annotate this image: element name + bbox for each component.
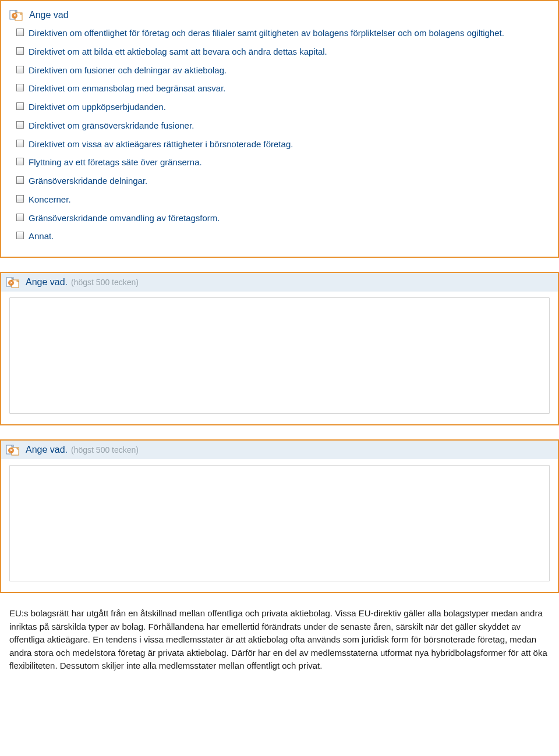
checkbox-item: Direktiven om offentlighet för företag o…: [16, 27, 550, 40]
checkbox-item: Gränsöverskridande omvandling av företag…: [16, 212, 550, 225]
checkbox-label: Gränsöverskridande delningar.: [29, 175, 147, 187]
document-icon: [9, 9, 26, 21]
checkbox[interactable]: [16, 176, 24, 184]
checkbox-label: Koncerner.: [29, 193, 71, 206]
checkbox[interactable]: [16, 158, 24, 165]
checkbox-item: Annat.: [16, 230, 550, 243]
checkbox-label: Direktiven om offentlighet för företag o…: [29, 27, 504, 40]
char-limit-hint: (högst 500 tecken): [71, 278, 139, 287]
section-title: Ange vad.: [26, 445, 68, 455]
checkbox-item: Direktivet om att bilda ett aktiebolag s…: [16, 45, 550, 58]
checkbox[interactable]: [16, 66, 24, 73]
checkbox-label: Direktivet om vissa av aktieägares rätti…: [29, 138, 293, 151]
checkbox-item: Direktivet om vissa av aktieägares rätti…: [16, 138, 550, 151]
checkbox-item: Koncerner.: [16, 193, 550, 206]
textarea-input[interactable]: [9, 297, 550, 414]
checkbox-label: Direktivet om att bilda ett aktiebolag s…: [29, 45, 327, 58]
checkbox[interactable]: [16, 121, 24, 129]
checkbox[interactable]: [16, 84, 24, 91]
document-icon: [6, 276, 22, 288]
checkbox[interactable]: [16, 102, 24, 110]
section-title: Ange vad.: [26, 277, 68, 288]
section-header: Ange vad. (högst 500 tecken): [1, 441, 558, 459]
char-limit-hint: (högst 500 tecken): [71, 445, 139, 455]
checkbox[interactable]: [16, 140, 24, 147]
checkbox-item: Direktiven om fusioner och delningar av …: [16, 64, 550, 77]
textarea-input[interactable]: [9, 465, 550, 581]
checkbox[interactable]: [16, 232, 24, 239]
checkbox-item: Gränsöverskridande delningar.: [16, 175, 550, 187]
checkbox[interactable]: [16, 214, 24, 221]
checkbox-item: Flyttning av ett företags säte över grän…: [16, 156, 550, 169]
document-icon: [6, 444, 22, 456]
textarea-section-2: Ange vad. (högst 500 tecken): [0, 439, 559, 593]
checkbox-item: Direktivet om enmansbolag med begränsat …: [16, 82, 550, 95]
checkbox-section: Ange vad Direktiven om offentlighet för …: [0, 0, 559, 258]
section-header: Ange vad. (högst 500 tecken): [1, 273, 558, 292]
checkbox[interactable]: [16, 47, 24, 55]
checkbox[interactable]: [16, 195, 24, 203]
checkbox-item: Direktivet om uppköpserbjudanden.: [16, 101, 550, 113]
checkbox-label: Annat.: [29, 230, 54, 243]
checkbox-label: Direktivet om gränsöverskridande fusione…: [29, 119, 194, 132]
section-title: Ange vad: [29, 10, 69, 20]
checkbox-label: Direktiven om fusioner och delningar av …: [29, 64, 227, 77]
section-header: Ange vad: [9, 9, 550, 21]
checkbox-label: Gränsöverskridande omvandling av företag…: [29, 212, 220, 225]
textarea-section-1: Ange vad. (högst 500 tecken): [0, 272, 559, 425]
checkbox-item: Direktivet om gränsöverskridande fusione…: [16, 119, 550, 132]
checkbox-label: Flyttning av ett företags säte över grän…: [29, 156, 202, 169]
checkbox[interactable]: [16, 29, 24, 36]
checkbox-label: Direktivet om enmansbolag med begränsat …: [29, 82, 226, 95]
body-paragraph: EU:s bolagsrätt har utgått från en åtski…: [0, 607, 559, 680]
checkbox-label: Direktivet om uppköpserbjudanden.: [29, 101, 166, 113]
